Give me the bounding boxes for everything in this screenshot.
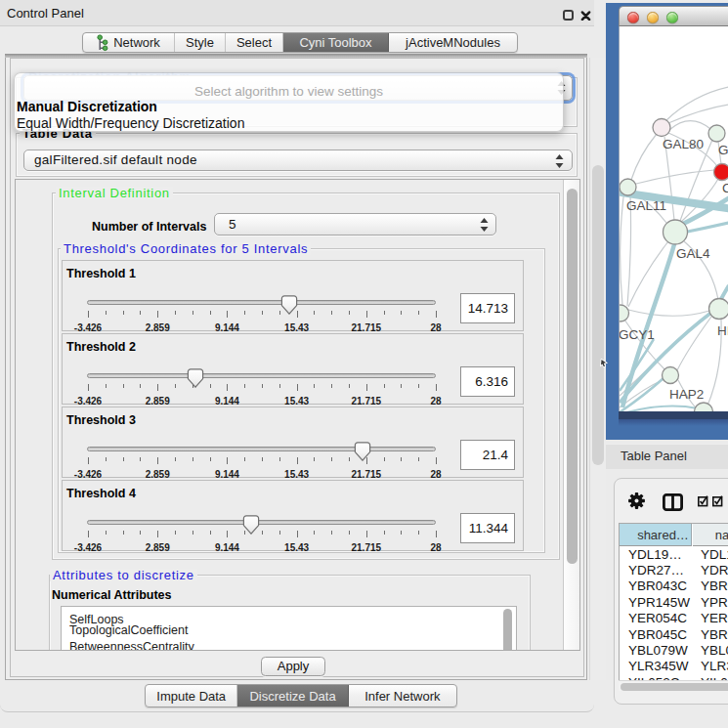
threshold-label: Threshold 3	[66, 413, 136, 427]
table-row[interactable]: YBL079W YBL079W	[620, 643, 728, 659]
tab-cyni-toolbox-label: Cyni Toolbox	[299, 35, 371, 50]
table-row[interactable]: YDL19… YDL19…	[620, 547, 728, 563]
network-node[interactable]	[620, 179, 636, 195]
gear-icon[interactable]	[628, 492, 645, 509]
slider-tick	[349, 311, 350, 315]
list-item-selfloops[interactable]: SelfLoops	[62, 607, 516, 622]
table-hscrollbar-thumb[interactable]	[621, 683, 728, 691]
network-node[interactable]	[664, 220, 688, 244]
slider-tick-label: 15.43	[273, 469, 321, 480]
tab-discretize-data[interactable]: Discretize Data	[237, 685, 348, 707]
slider-knob[interactable]	[354, 442, 371, 461]
network-canvas[interactable]: GAL80 GAL1 CRP1 GAL11 GAL4 GCY1 HIS4 HAP…	[619, 26, 728, 411]
column-browser-icon[interactable]	[663, 493, 683, 511]
network-node[interactable]	[663, 367, 679, 384]
threshold-value-field[interactable]: 11.344	[460, 513, 515, 543]
slider-tick	[297, 531, 298, 537]
network-node[interactable]	[653, 119, 670, 137]
settings-scrollbar-thumb[interactable]	[567, 189, 578, 564]
combo-arrows-icon	[480, 218, 489, 232]
slider-knob[interactable]	[280, 295, 298, 315]
network-node[interactable]	[709, 299, 728, 320]
slider-tick	[106, 384, 107, 388]
zoom-traffic-light[interactable]	[666, 12, 678, 23]
select-columns-icon[interactable]	[698, 494, 724, 507]
slider-tick	[314, 384, 315, 388]
settings-scrollbar-track[interactable]	[563, 180, 579, 650]
tab-jactivemnodules[interactable]: jActiveMNodules	[389, 33, 517, 52]
list-item-betweennesscentrality[interactable]: BetweennessCentrality	[62, 639, 516, 651]
list-item-topologicalcoefficient[interactable]: TopologicalCoefficient	[62, 622, 516, 638]
table-data-combobox[interactable]: galFiltered.sif default node	[23, 150, 573, 171]
slider-track[interactable]	[87, 447, 436, 451]
node-label: CRP1	[722, 181, 728, 195]
slider-track[interactable]	[87, 520, 436, 525]
table-row[interactable]: YBR043C YBR043C	[620, 578, 728, 594]
slider-tick	[331, 457, 332, 461]
slider-tick	[157, 457, 158, 464]
slider-tick	[210, 311, 211, 315]
slider-track[interactable]	[87, 373, 436, 378]
slider-tick-label: -3.426	[64, 469, 112, 480]
column-header-name[interactable]: na…	[693, 524, 728, 546]
algorithm-dropdown-popup: Select algorithm to view settings Manual…	[14, 72, 564, 132]
tab-style-label: Style	[186, 35, 214, 50]
table-row[interactable]: YBR045C YBR045C	[620, 627, 728, 643]
slider-knob[interactable]	[242, 515, 260, 535]
table-cell: YBR045C	[701, 627, 728, 643]
close-icon[interactable]	[580, 11, 591, 21]
slider-tick	[436, 311, 437, 318]
tab-cyni-toolbox[interactable]: Cyni Toolbox	[283, 33, 389, 52]
slider-tick-label: -3.426	[64, 396, 112, 407]
node-label: GAL80	[663, 137, 704, 151]
tab-network[interactable]: Network	[83, 33, 175, 52]
slider-tick	[244, 311, 245, 315]
slider-track[interactable]	[87, 300, 436, 305]
network-node[interactable]	[714, 164, 728, 181]
apply-button[interactable]: Apply	[261, 657, 325, 676]
threshold-value-field[interactable]: 14.713	[460, 293, 515, 323]
network-node[interactable]	[695, 403, 713, 411]
threshold-value-field[interactable]: 6.316	[460, 366, 515, 397]
numerical-attributes-list[interactable]: SelfLoops TopologicalCoefficient Between…	[61, 606, 517, 651]
slider-tick	[175, 311, 176, 315]
slider-tick	[262, 311, 263, 315]
slider-tick	[384, 384, 385, 388]
tab-impute-data[interactable]: Impute Data	[146, 685, 237, 707]
slider-tick	[384, 531, 385, 535]
table-row[interactable]: YER054C YER054C	[620, 611, 728, 626]
tab-select[interactable]: Select	[226, 33, 283, 52]
float-window-icon[interactable]	[563, 10, 574, 21]
table-row[interactable]: YPR145W YPR145W	[620, 595, 728, 611]
slider-tick	[106, 531, 107, 535]
column-header-shared-name[interactable]: shared…	[620, 524, 692, 546]
slider-tick	[366, 384, 367, 391]
slider-tick	[106, 457, 107, 461]
slider-tick	[366, 311, 367, 318]
slider-tick-label: 28	[411, 322, 460, 333]
tab-style[interactable]: Style	[175, 33, 226, 52]
slider-tick	[210, 457, 211, 461]
slider-tick	[279, 457, 280, 461]
node-label: GAL11	[626, 198, 666, 213]
network-node[interactable]	[708, 125, 725, 142]
table-row[interactable]: YLR345W YLR345W	[620, 659, 728, 674]
network-node[interactable]	[620, 305, 629, 321]
table-hscrollbar-track[interactable]	[619, 680, 728, 691]
slider-knob[interactable]	[187, 368, 204, 388]
slider-tick	[123, 531, 124, 535]
dropdown-option-equal-width-frequency[interactable]: Equal Width/Frequency Discretization	[17, 115, 244, 131]
slider-tick	[157, 531, 158, 537]
tab-infer-network[interactable]: Infer Network	[349, 685, 456, 707]
panel-scrollbar-thumb[interactable]	[592, 165, 604, 465]
number-of-intervals-combobox[interactable]: 5	[214, 213, 496, 236]
attributes-list-scrollbar[interactable]	[503, 609, 512, 651]
close-traffic-light[interactable]	[627, 12, 639, 23]
table-row[interactable]: YDR27… YDR27…	[620, 563, 728, 578]
threshold-value-field[interactable]: 21.4	[460, 440, 515, 470]
dropdown-option-manual-discretization[interactable]: Manual Discretization	[17, 99, 157, 114]
table-cell: YBR043C	[628, 578, 687, 594]
control-panel-tabbar: Network Style Select Cyni Toolbox jActiv…	[82, 32, 518, 53]
slider-tick	[331, 384, 332, 388]
minimize-traffic-light[interactable]	[647, 12, 659, 23]
